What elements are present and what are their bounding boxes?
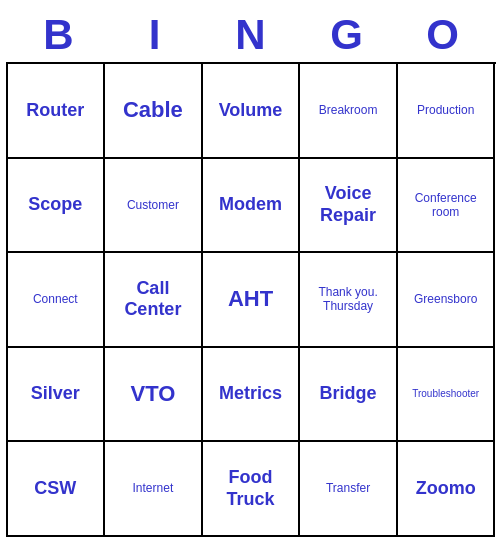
bingo-cell-4-1: Internet (105, 442, 203, 537)
cell-text: Scope (28, 194, 82, 216)
bingo-cell-2-3: Thank you. Thursday (300, 253, 398, 348)
cell-text: Greensboro (414, 292, 477, 306)
cell-text: Modem (219, 194, 282, 216)
cell-text: VTO (130, 381, 175, 407)
cell-text: Conference room (402, 191, 490, 220)
cell-text: AHT (228, 286, 273, 312)
bingo-header: BINGO (6, 7, 496, 62)
bingo-cell-1-0: Scope (8, 159, 106, 254)
bingo-grid: RouterCableVolumeBreakroomProductionScop… (6, 62, 496, 537)
bingo-cell-3-2: Metrics (203, 348, 301, 443)
bingo-cell-0-2: Volume (203, 64, 301, 159)
bingo-cell-4-2: Food Truck (203, 442, 301, 537)
bingo-letter-i: I (111, 11, 199, 59)
cell-text: Volume (219, 100, 283, 122)
cell-text: Connect (33, 292, 78, 306)
cell-text: Customer (127, 198, 179, 212)
bingo-card: BINGO RouterCableVolumeBreakroomProducti… (6, 7, 496, 537)
bingo-cell-1-2: Modem (203, 159, 301, 254)
cell-text: Metrics (219, 383, 282, 405)
cell-text: Breakroom (319, 103, 378, 117)
bingo-letter-g: G (303, 11, 391, 59)
bingo-cell-1-4: Conference room (398, 159, 496, 254)
bingo-cell-2-0: Connect (8, 253, 106, 348)
bingo-cell-2-2: AHT (203, 253, 301, 348)
cell-text: Internet (133, 481, 174, 495)
bingo-cell-4-4: Zoomo (398, 442, 496, 537)
cell-text: CSW (34, 478, 76, 500)
bingo-cell-1-1: Customer (105, 159, 203, 254)
bingo-cell-3-0: Silver (8, 348, 106, 443)
cell-text: Router (26, 100, 84, 122)
cell-text: Production (417, 103, 474, 117)
bingo-cell-0-0: Router (8, 64, 106, 159)
bingo-cell-3-1: VTO (105, 348, 203, 443)
bingo-letter-b: B (15, 11, 103, 59)
bingo-cell-0-4: Production (398, 64, 496, 159)
cell-text: Transfer (326, 481, 370, 495)
cell-text: Thank you. Thursday (304, 285, 392, 314)
cell-text: Call Center (109, 278, 197, 321)
cell-text: Troubleshooter (412, 388, 479, 400)
cell-text: Silver (31, 383, 80, 405)
bingo-cell-2-4: Greensboro (398, 253, 496, 348)
bingo-cell-4-3: Transfer (300, 442, 398, 537)
cell-text: Bridge (320, 383, 377, 405)
bingo-cell-3-4: Troubleshooter (398, 348, 496, 443)
bingo-letter-n: N (207, 11, 295, 59)
bingo-letter-o: O (399, 11, 487, 59)
bingo-cell-0-1: Cable (105, 64, 203, 159)
bingo-cell-0-3: Breakroom (300, 64, 398, 159)
cell-text: Food Truck (207, 467, 295, 510)
bingo-cell-4-0: CSW (8, 442, 106, 537)
bingo-cell-1-3: Voice Repair (300, 159, 398, 254)
cell-text: Voice Repair (304, 183, 392, 226)
cell-text: Cable (123, 97, 183, 123)
bingo-cell-3-3: Bridge (300, 348, 398, 443)
cell-text: Zoomo (416, 478, 476, 500)
bingo-cell-2-1: Call Center (105, 253, 203, 348)
